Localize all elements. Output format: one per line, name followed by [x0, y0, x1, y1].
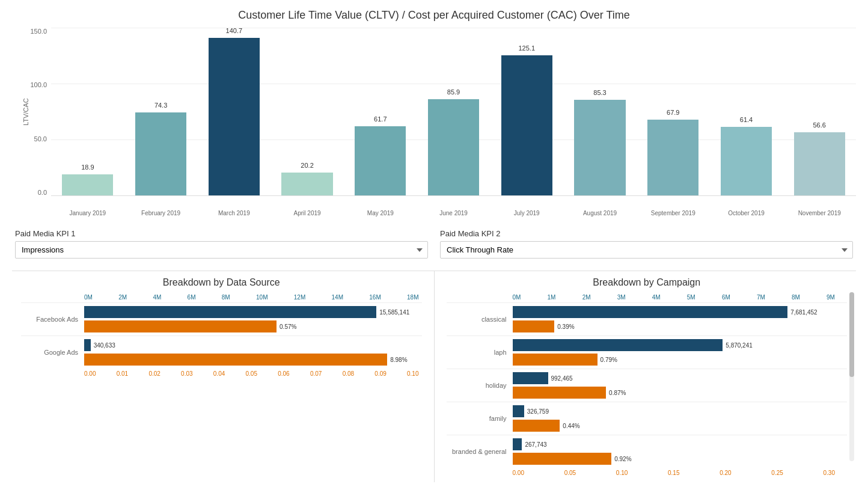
google-impressions-value: 340,633	[94, 342, 115, 349]
campaign-value: 5,870,241	[726, 342, 753, 349]
bar: 61.7	[355, 126, 406, 195]
campaign-pct: 0.39%	[557, 323, 574, 330]
kpi2-label: Paid Media KPI 2	[440, 229, 853, 238]
bar-group: 140.7March 2019	[197, 28, 270, 195]
campaign-label: holiday	[447, 382, 513, 389]
x-tick: 2M	[582, 294, 591, 301]
x-tick-bottom: 0.02	[148, 370, 160, 377]
x-tick-bottom: 0.10	[616, 470, 628, 476]
campaign-value: 992,465	[551, 375, 573, 382]
x-tick: 3M	[617, 294, 626, 301]
bar-x-label: July 2019	[514, 210, 540, 216]
kpi1-select[interactable]: Impressions Clicks Conversions Spend	[15, 241, 428, 259]
bar-x-label: April 2019	[294, 210, 321, 216]
bar-group: 61.4October 2019	[710, 28, 783, 195]
bar-value-label: 125.1	[519, 44, 536, 52]
x-tick: 0M	[84, 294, 93, 301]
campaign-label: laph	[447, 349, 513, 356]
bars-area: 18.9January 201974.3February 2019140.7Ma…	[51, 28, 856, 196]
google-impressions-bar	[84, 339, 91, 351]
bar-x-label: January 2019	[70, 210, 106, 216]
scrollbar-thumb[interactable]	[849, 292, 854, 377]
x-tick-bottom: 0.25	[771, 470, 783, 476]
campaign-label: classical	[447, 316, 513, 323]
x-tick: 18M	[407, 294, 418, 301]
x-tick-bottom: 0.08	[343, 370, 354, 377]
facebook-impressions-bar	[84, 306, 376, 318]
bar-x-label: October 2019	[728, 210, 765, 216]
y-tick: 50.0	[34, 135, 47, 142]
breakdown-campaign-title: Breakdown by Campaign	[447, 277, 848, 288]
facebook-impressions-value: 15,585,141	[379, 309, 409, 316]
bar-value-label: 74.3	[154, 102, 167, 109]
bar: 67.9	[647, 120, 698, 195]
scrollbar-track	[849, 292, 854, 461]
bar-group: 67.9September 2019	[637, 28, 710, 195]
y-tick: 0.0	[38, 189, 47, 196]
x-tick: 4M	[153, 294, 161, 301]
campaign-bar-blue	[513, 306, 788, 318]
x-tick-bottom: 0.30	[824, 470, 835, 476]
bar-value-label: 18.9	[81, 164, 94, 171]
campaign-pct: 0.92%	[614, 456, 631, 462]
campaign-bar-blue	[513, 438, 522, 450]
x-tick-bottom: 0.01	[117, 370, 128, 377]
x-tick: 16M	[369, 294, 381, 301]
kpi2-group: Paid Media KPI 2 Click Through Rate Conv…	[440, 229, 853, 259]
kpi1-label: Paid Media KPI 1	[15, 229, 428, 238]
x-tick: 4M	[652, 294, 661, 301]
bar-x-label: September 2019	[651, 210, 695, 216]
bar: 18.9	[62, 174, 113, 195]
x-tick: 14M	[332, 294, 343, 301]
bar-group: 125.1July 2019	[490, 28, 563, 195]
facebook-ctr-bar	[84, 320, 277, 332]
bar-value-label: 140.7	[226, 27, 243, 34]
bar-value-label: 67.9	[667, 109, 679, 116]
main-container: Customer Life Time Value (CLTV) / Cost p…	[0, 0, 868, 484]
bar: 61.4	[721, 127, 772, 195]
google-ctr-bar	[84, 354, 387, 366]
x-tick: 0M	[513, 294, 521, 301]
google-ctr-value: 8.98%	[390, 357, 407, 363]
bar: 85.3	[574, 100, 625, 195]
bar: 74.3	[135, 112, 186, 195]
source-label-google: Google Ads	[21, 349, 84, 356]
x-tick-bottom: 0.07	[310, 370, 322, 377]
bar-x-label: March 2019	[218, 210, 250, 216]
x-tick-bottom: 0.05	[246, 370, 257, 377]
bar-group: 74.3February 2019	[124, 28, 198, 195]
campaign-bar-blue	[513, 405, 524, 417]
campaign-rows: classical 7,681,452 0.39% laph	[447, 302, 848, 468]
bar: 56.6	[794, 132, 845, 195]
x-tick: 10M	[256, 294, 267, 301]
bar-x-label: November 2019	[798, 210, 841, 216]
x-tick: 6M	[722, 294, 730, 301]
kpi-section: Paid Media KPI 1 Impressions Clicks Conv…	[12, 229, 856, 259]
bar-x-label: May 2019	[367, 210, 394, 216]
x-tick: 5M	[687, 294, 695, 301]
campaign-label: family	[447, 415, 513, 422]
bar: 125.1	[501, 55, 552, 195]
bar-x-label: August 2019	[583, 210, 617, 216]
bar: 140.7	[209, 38, 260, 195]
campaign-value: 7,681,452	[790, 309, 818, 316]
bar-group: 18.9January 2019	[51, 28, 124, 195]
bar-value-label: 61.7	[374, 115, 387, 123]
campaign-bar-orange	[513, 320, 555, 332]
kpi2-select[interactable]: Click Through Rate Conversion Rate CPC C…	[440, 241, 853, 259]
y-tick: 150.0	[30, 28, 47, 35]
bar-group: 61.7May 2019	[344, 28, 417, 195]
campaign-value: 267,743	[525, 441, 546, 448]
bar: 85.9	[428, 99, 479, 195]
section-divider	[434, 271, 435, 482]
x-tick-bottom: 0.04	[213, 370, 225, 377]
campaign-pct: 0.44%	[563, 423, 579, 429]
kpi1-group: Paid Media KPI 1 Impressions Clicks Conv…	[15, 229, 428, 259]
bar-value-label: 85.3	[593, 89, 606, 96]
bar-group: 85.3August 2019	[563, 28, 637, 195]
x-tick: 9M	[827, 294, 835, 301]
x-tick-bottom: 0.05	[564, 470, 576, 476]
x-tick-bottom: 0.15	[668, 470, 679, 476]
x-tick-bottom: 0.20	[720, 470, 731, 476]
bar-group: 85.9June 2019	[417, 28, 491, 195]
